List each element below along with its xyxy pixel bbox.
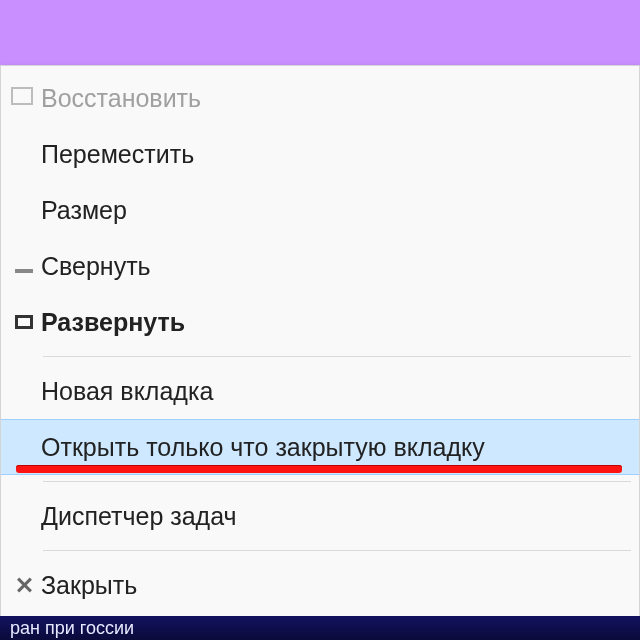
background-page-text: ран при госсии [0, 616, 640, 640]
menu-item-task-manager[interactable]: Диспетчер задач [1, 488, 639, 544]
menu-item-size[interactable]: Размер [1, 182, 639, 238]
close-icon [7, 557, 41, 613]
menu-item-label: Открыть только что закрытую вкладку [41, 433, 621, 462]
maximize-icon [7, 294, 41, 350]
menu-separator [43, 550, 631, 551]
menu-item-new-tab[interactable]: Новая вкладка [1, 363, 639, 419]
menu-item-label: Новая вкладка [41, 377, 621, 406]
window-area: Восстановить Переместить Размер Свернуть… [0, 0, 640, 640]
menu-item-close[interactable]: Закрыть [1, 557, 639, 613]
menu-item-maximize[interactable]: Развернуть [1, 294, 639, 350]
menu-item-label: Переместить [41, 140, 621, 169]
icon-slot-empty [7, 488, 41, 544]
menu-item-label: Размер [41, 196, 621, 225]
menu-item-label: Свернуть [41, 252, 621, 281]
menu-item-label: Развернуть [41, 308, 621, 337]
system-context-menu: Восстановить Переместить Размер Свернуть… [0, 65, 640, 618]
menu-item-label: Диспетчер задач [41, 502, 621, 531]
icon-slot-empty [7, 363, 41, 419]
restore-icon [7, 70, 41, 126]
menu-item-label: Восстановить [41, 84, 621, 113]
menu-item-move[interactable]: Переместить [1, 126, 639, 182]
annotation-underline [16, 465, 622, 473]
window-titlebar[interactable] [0, 0, 640, 65]
icon-slot-empty [7, 182, 41, 238]
menu-separator [43, 481, 631, 482]
menu-item-restore: Восстановить [1, 70, 639, 126]
minimize-icon [7, 238, 41, 294]
menu-item-minimize[interactable]: Свернуть [1, 238, 639, 294]
background-text-fragment: ран при госсии [10, 618, 134, 638]
icon-slot-empty [7, 126, 41, 182]
menu-item-label: Закрыть [41, 571, 621, 600]
menu-separator [43, 356, 631, 357]
